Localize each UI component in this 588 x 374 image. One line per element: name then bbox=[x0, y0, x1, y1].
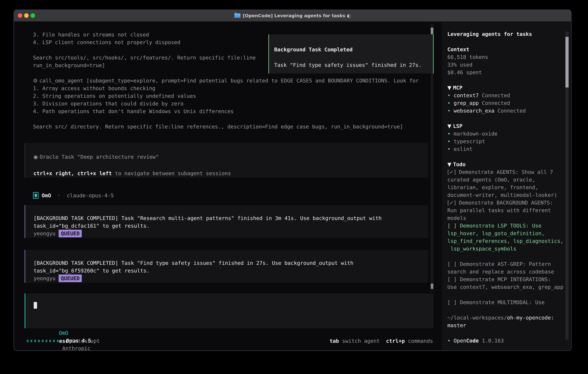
agent-header-text: OmO · claude-opus-4-5 bbox=[42, 193, 114, 198]
text-line: ▼ MCP bbox=[447, 84, 563, 92]
text-line bbox=[447, 252, 563, 260]
text-segment: tab bbox=[330, 338, 339, 344]
text-line: • grep_app Connected bbox=[447, 99, 563, 107]
text-segment: [✓] bbox=[447, 169, 456, 175]
text-segment: 1. Array access without bounds checking bbox=[33, 85, 155, 91]
text-segment: Demonstrate BACKGROUND AGENTS: bbox=[456, 200, 553, 206]
text-line: [✓] Demonstrate BACKGROUND AGENTS: bbox=[447, 199, 563, 207]
text-segment: Use context7, websearch_exa, grep_app bbox=[447, 284, 563, 290]
sidebar: Leveraging agents for tasksContext66,518… bbox=[442, 21, 571, 350]
text-segment: Oracle Task "Deep architecture review" bbox=[40, 154, 159, 160]
text-line bbox=[447, 291, 563, 299]
text-segment: 66,518 tokens bbox=[447, 54, 488, 60]
text-segment: OmO bbox=[42, 193, 51, 198]
text-line: Context bbox=[447, 46, 563, 53]
titlebar: [OpenCode] Leveraging agents for tasks ◐ bbox=[14, 10, 571, 21]
notification-toast[interactable]: Background Task Completed Task "Find typ… bbox=[268, 34, 434, 73]
text-segment: ⚙ bbox=[33, 78, 39, 83]
text-line: lsp_hover, lsp_goto_definition, bbox=[447, 229, 563, 237]
spinner-dot-icon bbox=[42, 340, 43, 342]
text-line: • websearch_exa Connected bbox=[447, 107, 563, 114]
oracle-task-title: ◉ Oracle Task "Deep architecture review" bbox=[33, 153, 159, 161]
text-segment: [ ] Demonstrate LSP TOOLS: Use bbox=[447, 223, 541, 229]
sidebar-scrollbar-thumb[interactable] bbox=[566, 37, 569, 87]
background-task-card-2: [BACKGROUND TASK COMPLETED] Task "Find t… bbox=[25, 250, 428, 283]
text-line bbox=[447, 76, 563, 84]
spinner-dot-icon bbox=[27, 340, 29, 342]
text-segment: document-writer, multimodal-looker) bbox=[447, 192, 557, 198]
text-segment: switch agent bbox=[339, 338, 380, 344]
text-segment: ctrl+x right, ctrl+x left bbox=[33, 170, 112, 176]
folder-icon bbox=[234, 13, 241, 18]
window-title: [OpenCode] Leveraging agents for tasks ◐ bbox=[14, 10, 571, 21]
text-segment: run_in_background=true] bbox=[33, 62, 105, 68]
text-line: • eslint bbox=[447, 145, 563, 153]
sidebar-content: Leveraging agents for tasksContext66,518… bbox=[447, 30, 563, 344]
text-segment: • bbox=[447, 108, 454, 114]
text-segment: • bbox=[447, 338, 454, 344]
text-segment: Open bbox=[454, 338, 466, 344]
text-segment: • bbox=[447, 146, 454, 152]
text-segment: esc bbox=[59, 338, 68, 344]
text-segment: yeongyu bbox=[33, 275, 59, 281]
text-line: ▼ Todo bbox=[447, 161, 563, 168]
text-segment: ▼ bbox=[447, 123, 453, 129]
desktop: [OpenCode] Leveraging agents for tasks ◐… bbox=[0, 0, 588, 374]
text-segment: oh-my-opencode: bbox=[507, 315, 554, 321]
text-line: Leveraging agents for tasks bbox=[447, 30, 563, 38]
text-segment: Todo bbox=[453, 161, 466, 167]
text-segment: task_id="bg_dcfac161" to get results. bbox=[33, 223, 150, 229]
omo-agent-icon bbox=[33, 192, 39, 199]
text-segment: context7 bbox=[454, 93, 482, 98]
text-segment: typescript bbox=[454, 138, 485, 144]
text-segment: Demonstrate AGENTS: Show all 7 bbox=[456, 169, 553, 175]
omo-agent-icon-inner bbox=[35, 194, 37, 197]
shortcut-hints: tab switch agent ctrl+p commands bbox=[330, 337, 433, 345]
text-line: yeongyu QUEUED bbox=[33, 274, 428, 282]
text-line: 2. String operations on potentially unde… bbox=[33, 92, 419, 100]
shortcut-interrupt: esc interrupt bbox=[59, 337, 100, 345]
text-line: • context7 Connected bbox=[447, 92, 563, 99]
text-line bbox=[447, 306, 563, 314]
text-line: [ ] Demonstrate MCP INTEGRATIONS: bbox=[447, 276, 563, 283]
text-segment: Code bbox=[466, 338, 479, 344]
text-segment: [BACKGROUND TASK COMPLETED] Task "Resear… bbox=[33, 215, 382, 221]
text-segment: ▼ bbox=[447, 85, 453, 91]
text-segment: [ ] Demonstrate MCP INTEGRATIONS: bbox=[447, 276, 551, 282]
text-segment bbox=[380, 338, 386, 344]
text-line: Run parallel tasks with different bbox=[447, 207, 563, 214]
text-segment: 2. String operations on potentially unde… bbox=[33, 93, 196, 99]
text-segment: MCP bbox=[453, 85, 462, 91]
text-line: Search src/ directory. Return specific f… bbox=[33, 123, 419, 130]
chat-scrollbar-thumb-top[interactable] bbox=[431, 28, 433, 34]
text-line: lsp_workspace_symbols bbox=[447, 245, 563, 252]
text-segment: eslint bbox=[454, 146, 472, 152]
prompt-input[interactable]: OmO Opus 4.5 Anthropic bbox=[25, 293, 434, 328]
busy-spinner-icon bbox=[27, 340, 59, 342]
text-segment: · claude-opus-4-5 bbox=[51, 193, 114, 198]
text-segment: $0.46 spent bbox=[447, 69, 482, 75]
window-title-text: [OpenCode] Leveraging agents for tasks ◐ bbox=[243, 13, 351, 18]
text-segment: 4. LSP client connections not properly d… bbox=[33, 39, 180, 45]
text-line: • OpenCode 1.0.163 bbox=[447, 337, 563, 344]
text-segment: curated agents (OmO, oracle, bbox=[447, 177, 535, 183]
chat-scrollbar-thumb-bottom[interactable] bbox=[431, 284, 433, 289]
text-line: search and replace across codebase bbox=[447, 268, 563, 276]
text-segment: librarian, explore, frontend, bbox=[447, 184, 538, 190]
text-segment: Run parallel tasks with different bbox=[447, 208, 551, 213]
text-segment: 3. Division operations that could divide… bbox=[33, 101, 183, 107]
text-segment: lsp_hover, lsp_goto_definition, bbox=[447, 230, 545, 236]
text-segment: models bbox=[447, 215, 466, 221]
spinner-dot-icon bbox=[34, 340, 36, 342]
text-segment: 1.0.163 bbox=[479, 338, 504, 344]
text-segment: • bbox=[447, 138, 454, 144]
text-segment: 4. Path operations that don't handle Win… bbox=[33, 108, 234, 114]
text-line: [BACKGROUND TASK COMPLETED] Task "Resear… bbox=[33, 214, 428, 222]
sidebar-scrollbar-track[interactable] bbox=[566, 32, 569, 340]
spinner-dot-icon bbox=[53, 340, 55, 342]
text-segment: lsp_workspace_symbols bbox=[447, 246, 516, 252]
text-line bbox=[33, 115, 419, 123]
text-line: 33% used bbox=[447, 61, 563, 69]
spinner-dot-icon bbox=[38, 340, 40, 342]
notification-body: Task "Find type safety issues" finished … bbox=[274, 61, 422, 69]
